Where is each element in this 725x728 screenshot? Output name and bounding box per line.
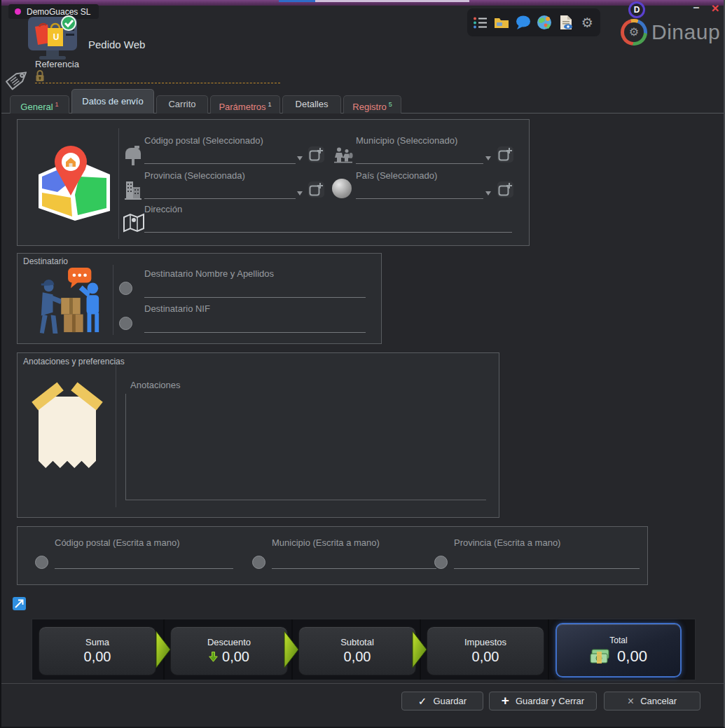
suma-label: Suma xyxy=(85,637,109,647)
folder-icon[interactable] xyxy=(493,14,510,31)
guardar-y-cerrar-button[interactable]: + Guardar y Cerrar xyxy=(489,692,597,710)
destinatario-nif-radio[interactable] xyxy=(119,317,132,330)
document-view-icon[interactable] xyxy=(558,14,574,31)
tab-parametros[interactable]: Parámetros1 xyxy=(210,95,280,114)
section-divider xyxy=(113,265,113,335)
referencia-input[interactable] xyxy=(35,70,280,83)
descuento-label: Descuento xyxy=(207,637,251,647)
building-icon xyxy=(124,179,142,202)
destinatario-nombre-radio[interactable] xyxy=(119,282,132,295)
pais-dropdown-icon[interactable] xyxy=(485,191,491,195)
subtotal-card: Subtotal 0,00 xyxy=(298,626,416,675)
globe-sphere-icon xyxy=(332,179,352,198)
municipio-manual-radio[interactable] xyxy=(252,556,265,569)
close-button[interactable]: × xyxy=(707,1,723,16)
destinatario-nif-input[interactable] xyxy=(144,317,366,333)
municipio-dropdown-icon[interactable] xyxy=(485,156,491,160)
tab-detalles[interactable]: Detalles xyxy=(282,95,341,114)
pais-sel-input[interactable] xyxy=(356,183,483,199)
codigo-postal-manual-radio[interactable] xyxy=(35,556,48,569)
provincia-sel-input[interactable] xyxy=(144,183,296,199)
tab-general[interactable]: General1 xyxy=(10,95,69,114)
bag-letter: U xyxy=(50,32,62,42)
cancelar-button[interactable]: × Cancelar xyxy=(604,692,700,710)
x-icon: × xyxy=(628,696,634,707)
flow-arrow-icon xyxy=(156,629,171,673)
brand-logo: ⚙ Dinaup xyxy=(621,19,720,46)
map-pin-illustration xyxy=(34,138,114,225)
provincia-manual-input[interactable] xyxy=(454,553,640,569)
destinatario-section: Destinatario xyxy=(17,253,382,344)
impuestos-card: Impuestos 0,00 xyxy=(427,626,544,675)
total-label: Total xyxy=(609,636,627,645)
provincia-manual-radio[interactable] xyxy=(434,556,448,569)
suma-card: Suma 0,00 xyxy=(39,626,156,675)
brand-gear-icon: ⚙ xyxy=(621,19,647,46)
titlebar-accent xyxy=(1,0,724,6)
note-illustration xyxy=(37,391,97,471)
municipio-sel-label: Municipio (Seleccionado) xyxy=(356,135,457,146)
folded-map-icon xyxy=(123,212,145,236)
anotaciones-label: Anotaciones xyxy=(130,380,181,390)
totals-cell-divider xyxy=(548,619,549,680)
direccion-input[interactable] xyxy=(144,217,512,233)
codigo-postal-manual-input[interactable] xyxy=(55,553,233,569)
globe-icon[interactable] xyxy=(536,14,553,31)
municipio-add-button[interactable] xyxy=(497,146,513,163)
check-icon: ✓ xyxy=(418,695,427,708)
money-icon xyxy=(590,649,611,664)
provincia-dropdown-icon[interactable] xyxy=(297,191,303,195)
note-paper xyxy=(39,397,96,468)
tab-bar: General1 Datos de envío Carrito Parámetr… xyxy=(10,89,401,114)
tab-datos-de-envio[interactable]: Datos de envío xyxy=(71,89,154,114)
codigo-postal-dropdown-icon[interactable] xyxy=(297,156,303,160)
flow-arrow-icon xyxy=(412,629,427,673)
municipio-manual-input[interactable] xyxy=(272,553,436,569)
brand-name: Dinaup xyxy=(651,20,720,44)
mailbox-icon xyxy=(124,145,142,169)
pais-sel-label: País (Seleccionado) xyxy=(356,170,437,181)
provincia-sel-label: Provincia (Seleccionada) xyxy=(144,170,245,181)
titlebar-progress-blue xyxy=(279,0,315,2)
tab-badge: 1 xyxy=(55,101,59,108)
provincia-manual-label: Provincia (Escrita a mano) xyxy=(454,537,560,548)
tab-badge: 5 xyxy=(389,101,392,108)
manual-address-section: Código postal (Escrita a mano) Municipio… xyxy=(17,526,648,585)
codigo-postal-add-button[interactable] xyxy=(308,146,324,163)
impuestos-label: Impuestos xyxy=(464,637,506,647)
destinatario-nombre-input[interactable] xyxy=(144,282,366,298)
municipio-sel-input[interactable] xyxy=(356,148,483,164)
subtotal-value: 0,00 xyxy=(344,649,371,665)
guardar-button[interactable]: ✓ Guardar xyxy=(401,692,483,710)
tab-registro[interactable]: Registro5 xyxy=(343,95,401,114)
destinatario-legend: Destinatario xyxy=(23,256,68,266)
referencia-label: Referencia xyxy=(35,59,79,69)
flow-arrow-icon xyxy=(284,629,299,673)
account-badge[interactable]: D xyxy=(628,1,645,18)
codigo-postal-manual-label: Código postal (Escrita a mano) xyxy=(55,537,179,548)
subtotal-label: Subtotal xyxy=(340,637,374,647)
descuento-value: 0,00 xyxy=(209,649,249,665)
list-icon[interactable] xyxy=(472,14,489,31)
open-external-icon[interactable] xyxy=(13,597,26,613)
settings-gear-icon[interactable]: ⚙ xyxy=(579,14,595,31)
provincia-add-button[interactable] xyxy=(308,181,324,198)
codigo-postal-sel-input[interactable] xyxy=(144,148,296,164)
status-dot-icon xyxy=(15,8,21,15)
total-card: Total 0,00 xyxy=(555,623,682,678)
suma-value: 0,00 xyxy=(84,649,111,665)
municipio-icon xyxy=(333,146,353,166)
anotaciones-textarea[interactable] xyxy=(125,394,486,500)
descuento-card: Descuento 0,00 xyxy=(170,626,288,675)
titlebar-progress-light xyxy=(315,0,469,2)
page-title: Pedido Web xyxy=(88,39,145,50)
pais-add-button[interactable] xyxy=(497,181,513,198)
tab-carrito[interactable]: Carrito xyxy=(156,95,208,114)
minimize-button[interactable]: – xyxy=(689,1,703,14)
totals-bar: Suma 0,00 Descuento 0,00 Subtotal 0,00 I… xyxy=(32,619,696,680)
quick-toolbar: ⚙ xyxy=(467,8,600,36)
plus-icon: + xyxy=(502,694,509,707)
chat-icon[interactable] xyxy=(515,14,532,31)
anotaciones-section: Anotaciones y preferencias Anotaciones xyxy=(17,352,499,518)
section-divider xyxy=(116,364,116,507)
